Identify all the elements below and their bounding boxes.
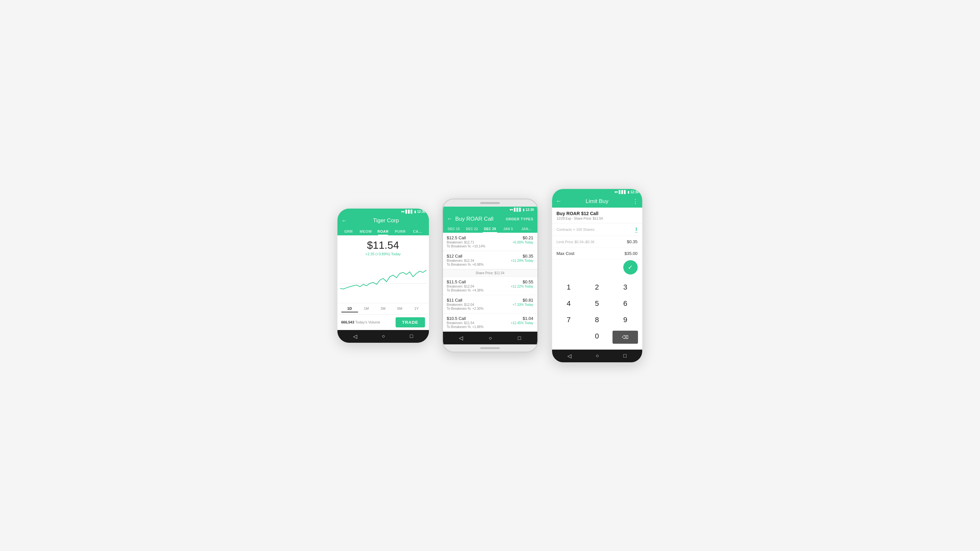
contracts-value[interactable]: 1 — [635, 227, 637, 232]
key-0[interactable]: 0 — [583, 328, 611, 346]
option-item-11[interactable]: $11 Call Breakeven: $12.04 To Breakeven … — [443, 295, 538, 313]
phone-options-view: ▾▾ ▋▋▋ ▮ 12:30 ← Buy ROAR Call ORDER TYP… — [442, 198, 538, 353]
tab-ca[interactable]: CA... — [409, 227, 426, 235]
phone3-status-icons: ▾▾ ▋▋▋ ▮ 12:30 — [614, 190, 639, 194]
key-1[interactable]: 1 — [555, 279, 583, 295]
option-left: $12 Call Breakeven: $12.34 To Breakeven … — [447, 254, 484, 266]
date-tabs: DEC 15 DEC 22 DEC 29 JAN 5 JAN... — [443, 225, 538, 233]
keypad-bottom-row: 0 ⌫ — [552, 328, 642, 346]
bottom-bar-decoration — [480, 347, 500, 349]
limit-price-value[interactable]: $0.35 — [627, 239, 638, 244]
backspace-key[interactable]: ⌫ — [612, 331, 638, 344]
option-item-12[interactable]: $12 Call Breakeven: $12.34 To Breakeven … — [443, 251, 538, 269]
phone3-status-bar: ▾▾ ▋▋▋ ▮ 12:30 — [552, 189, 642, 195]
option-detail1: Breakeven: $12.71 — [447, 241, 485, 244]
option-right: $0.81 +7.33% Today — [512, 298, 533, 306]
back-nav-icon[interactable]: ◁ — [353, 333, 357, 340]
back-icon[interactable]: ← — [341, 218, 347, 224]
phone1-nav-bar: ◁ ○ □ — [337, 330, 429, 343]
tf-1d[interactable]: 1D — [341, 305, 358, 313]
max-cost-label: Max Cost — [557, 251, 574, 256]
tab-meow[interactable]: MEOW — [357, 227, 374, 235]
price-area: $11.54 +2.35 (+3.89%) Today — [337, 235, 429, 259]
timeframe-tabs: 1D 1M 3M 6M 1Y — [337, 303, 429, 314]
back-nav-icon[interactable]: ◁ — [459, 335, 463, 341]
price-range-sublabel: $0.34–$0.36 — [574, 240, 594, 244]
date-dec15[interactable]: DEC 15 — [445, 225, 463, 233]
option-left: $12.5 Call Breakeven: $12.71 To Breakeve… — [447, 235, 485, 248]
back-icon[interactable]: ← — [556, 198, 562, 205]
contracts-field: Contracts × 100 Shares 1 — [552, 223, 642, 236]
key-4[interactable]: 4 — [555, 295, 583, 312]
order-types-label[interactable]: ORDER TYPES — [506, 217, 533, 221]
date-jan-more[interactable]: JAN... — [517, 225, 535, 233]
order-title: Buy ROAR $12 Call — [557, 211, 638, 216]
key-3[interactable]: 3 — [611, 279, 640, 295]
date-dec22[interactable]: DEC 22 — [463, 225, 481, 233]
order-info: Buy ROAR $12 Call 12/29 Exp · Share Pric… — [552, 208, 642, 223]
option-price: $1.04 — [511, 316, 533, 321]
options-list: $12.5 Call Breakeven: $12.71 To Breakeve… — [443, 233, 538, 332]
phone1-status-icons: ▾▾ ▋▋▋ ▮ 12:30 — [401, 210, 426, 213]
tf-6m[interactable]: 6M — [391, 305, 408, 313]
order-subtitle: 12/29 Exp · Share Price: $11.54 — [557, 217, 638, 220]
recents-nav-icon[interactable]: □ — [623, 353, 627, 359]
option-detail1: Breakeven: $11.54 — [447, 321, 484, 325]
option-price: $0.55 — [511, 279, 533, 284]
date-dec29[interactable]: DEC 29 — [481, 225, 499, 233]
home-nav-icon[interactable]: ○ — [382, 333, 385, 339]
option-right: $0.35 +11.29% Today — [511, 254, 533, 262]
signal-icon: ▋▋▋ — [406, 210, 413, 213]
tab-purr[interactable]: PURR — [392, 227, 409, 235]
contracts-text: Contracts — [557, 227, 572, 232]
menu-icon[interactable]: ⋮ — [632, 198, 638, 205]
volume-display: 666,543 Today's Volume — [341, 320, 380, 324]
back-icon[interactable]: ← — [447, 216, 453, 222]
tf-1m[interactable]: 1M — [358, 305, 375, 313]
key-8[interactable]: 8 — [583, 312, 611, 328]
option-right: $0.55 +11.22% Today — [511, 279, 533, 288]
key-6[interactable]: 6 — [611, 295, 640, 312]
scene: ▾▾ ▋▋▋ ▮ 12:30 ← Tiger Corp GRR MEOW ROA… — [0, 0, 980, 551]
option-detail2: To Breakeven %: +2.30% — [447, 307, 484, 310]
phone2-bottom-notch — [443, 345, 538, 352]
date-jan5[interactable]: JAN 5 — [499, 225, 517, 233]
option-item-125[interactable]: $12.5 Call Breakeven: $12.71 To Breakeve… — [443, 233, 538, 251]
key-9[interactable]: 9 — [611, 312, 640, 328]
option-item-115[interactable]: $11.5 Call Breakeven: $12.04 To Breakeve… — [443, 277, 538, 295]
option-right: $1.04 +12.45% Today — [511, 316, 533, 325]
option-title: $12 Call — [447, 254, 484, 259]
volume-label: Today's Volume — [355, 320, 380, 324]
tab-grr[interactable]: GRR — [340, 227, 357, 235]
option-change: +7.33% Today — [512, 303, 533, 306]
option-price: $0.81 — [512, 298, 533, 303]
wifi-icon: ▾▾ — [401, 210, 404, 213]
recents-nav-icon[interactable]: □ — [518, 335, 521, 341]
home-nav-icon[interactable]: ○ — [489, 335, 492, 341]
option-change: +11.29% Today — [511, 259, 533, 262]
home-nav-icon[interactable]: ○ — [596, 353, 599, 359]
stock-chart — [337, 259, 429, 303]
tf-3m[interactable]: 3M — [375, 305, 391, 313]
battery-icon: ▮ — [523, 208, 525, 211]
back-nav-icon[interactable]: ◁ — [568, 353, 571, 359]
key-5[interactable]: 5 — [583, 295, 611, 312]
speaker — [480, 202, 500, 204]
volume-number: 666,543 — [341, 320, 355, 324]
phone2-top-notch — [443, 199, 538, 206]
phone3-nav-bar: ◁ ○ □ — [552, 349, 642, 362]
tab-roar[interactable]: ROAR — [374, 227, 392, 235]
recents-nav-icon[interactable]: □ — [410, 333, 413, 339]
phone3-toolbar: ← Limit Buy ⋮ — [552, 195, 642, 208]
stock-price: $11.54 — [340, 239, 426, 251]
phone1-toolbar: ← Tiger Corp — [337, 215, 429, 227]
confirm-button[interactable]: ✓ — [623, 260, 638, 275]
option-change: +12.45% Today — [511, 321, 533, 325]
trade-button[interactable]: TRADE — [396, 317, 425, 327]
battery-icon: ▮ — [627, 190, 630, 194]
option-item-105[interactable]: $10.5 Call Breakeven: $11.54 To Breakeve… — [443, 313, 538, 332]
key-2[interactable]: 2 — [583, 279, 611, 295]
tf-1y[interactable]: 1Y — [408, 305, 425, 313]
limit-price-label: Limit Price $0.34–$0.36 — [557, 239, 595, 244]
key-7[interactable]: 7 — [555, 312, 583, 328]
